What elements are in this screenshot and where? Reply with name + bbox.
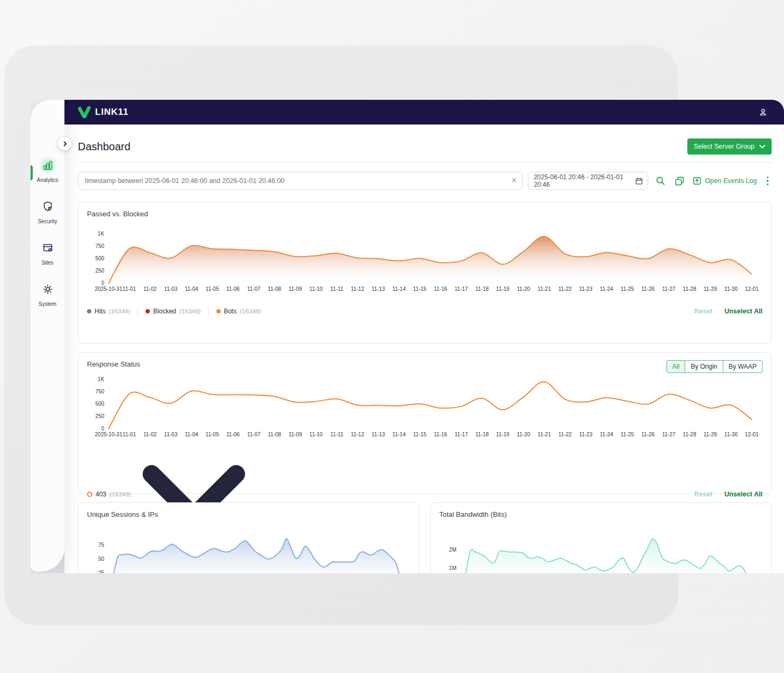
svg-text:11-18: 11-18 [475, 286, 489, 292]
sidebar-expand-button[interactable] [58, 137, 71, 150]
svg-text:11-11: 11-11 [330, 431, 344, 437]
blocked-dot-icon [146, 309, 150, 313]
svg-text:11-26: 11-26 [641, 431, 655, 437]
chevron-down-icon [759, 145, 765, 149]
svg-text:11-27: 11-27 [662, 431, 676, 437]
reset-link[interactable]: Reset [694, 308, 713, 315]
svg-text:11-08: 11-08 [268, 286, 281, 292]
svg-text:11-30: 11-30 [724, 286, 738, 292]
bar-chart-icon [37, 156, 59, 175]
svg-text:12-01: 12-01 [745, 431, 759, 437]
svg-text:1M: 1M [449, 566, 456, 572]
user-icon[interactable] [756, 105, 770, 119]
svg-text:50: 50 [98, 557, 105, 562]
sidebar-item-analytics[interactable]: Analytics [31, 156, 64, 183]
legend-item-403[interactable]: 403 (16349) [87, 491, 131, 498]
svg-text:11-28: 11-28 [683, 431, 696, 437]
svg-text:11-02: 11-02 [143, 431, 157, 437]
select-server-group-button[interactable]: Select Server Group [687, 138, 772, 155]
svg-text:1K: 1K [98, 231, 105, 237]
svg-text:2M: 2M [449, 547, 456, 553]
search-button[interactable] [654, 174, 667, 188]
response-status-tabs: All By Origin By WAAP [666, 360, 763, 373]
tab-by-origin[interactable]: By Origin [685, 360, 723, 373]
sidebar-item-security[interactable]: Security [31, 197, 64, 224]
svg-text:11-19: 11-19 [496, 431, 510, 437]
passed-vs-blocked-card: Passed vs. Blocked 1K75050025002025-10-3… [78, 202, 772, 343]
tab-by-waap[interactable]: By WAAP [723, 360, 763, 373]
svg-text:11-10: 11-10 [309, 431, 323, 437]
svg-text:750: 750 [95, 389, 104, 395]
svg-text:11-16: 11-16 [434, 431, 447, 437]
copy-button[interactable] [673, 174, 686, 188]
svg-text:11-17: 11-17 [455, 431, 468, 437]
svg-text:11-01: 11-01 [122, 431, 136, 437]
svg-text:250: 250 [95, 268, 104, 274]
svg-text:11-21: 11-21 [538, 286, 551, 292]
top-navbar: LINK11 [64, 100, 784, 125]
filter-query-input[interactable] [78, 172, 522, 190]
sidebar-item-system[interactable]: System [31, 280, 64, 307]
bandwidth-card: Total Bandwidth (Bits) 2M1M [430, 502, 772, 573]
svg-text:11-15: 11-15 [413, 431, 426, 437]
hits-dot-icon [87, 309, 91, 313]
active-indicator [31, 165, 33, 180]
legend-row: Hits (16349) Blocked (16349) Bots (16349… [87, 307, 763, 316]
passed-vs-blocked-chart: 1K75050025002025-10-3111-0111-0211-0311-… [87, 224, 763, 299]
unselect-all-link[interactable]: Unselect All [724, 491, 763, 498]
chevron-right-icon [62, 141, 68, 147]
svg-text:11-04: 11-04 [185, 286, 198, 292]
clear-filter-icon[interactable]: ✕ [511, 176, 517, 185]
reset-link[interactable]: Reset [694, 491, 713, 498]
svg-text:11-04: 11-04 [185, 431, 198, 437]
unselect-all-link[interactable]: Unselect All [724, 308, 763, 315]
more-options-icon[interactable] [764, 174, 772, 188]
unique-sessions-chart: 755025 [87, 526, 410, 573]
legend-item-blocked[interactable]: Blocked (16349) [146, 308, 200, 315]
app-window: Analytics Security [31, 100, 784, 573]
legend-item-bots[interactable]: Bots (16349) [216, 308, 262, 315]
svg-text:500: 500 [95, 256, 104, 262]
legend-item-hits[interactable]: Hits (16349) [87, 308, 130, 315]
svg-text:11-17: 11-17 [455, 286, 468, 292]
bots-dot-icon [216, 309, 221, 313]
svg-text:11-23: 11-23 [579, 431, 592, 437]
sidebar-item-label: Security [38, 218, 57, 224]
svg-text:11-16: 11-16 [434, 286, 447, 292]
tab-all[interactable]: All [666, 360, 685, 373]
svg-text:11-07: 11-07 [247, 431, 260, 437]
svg-text:11-22: 11-22 [558, 431, 572, 437]
status-ring-icon [87, 492, 92, 497]
svg-text:11-20: 11-20 [517, 286, 530, 292]
svg-text:11-19: 11-19 [496, 286, 510, 292]
svg-text:11-13: 11-13 [372, 431, 385, 437]
content-area: Dashboard Select Server Group ✕ 2025-06-… [64, 125, 784, 573]
svg-text:0: 0 [101, 426, 105, 432]
svg-text:11-26: 11-26 [641, 286, 655, 292]
sidebar-item-sites[interactable]: Sites [31, 238, 64, 266]
svg-text:11-25: 11-25 [621, 286, 634, 292]
date-range-input[interactable]: 2025-06-01 20:46 - 2026-01-01 20:46 [528, 172, 648, 190]
svg-text:11-27: 11-27 [662, 286, 676, 292]
search-icon [656, 176, 665, 186]
copy-icon [675, 177, 684, 186]
svg-text:1K: 1K [98, 377, 105, 383]
svg-text:11-14: 11-14 [393, 431, 406, 437]
svg-text:11-21: 11-21 [538, 431, 551, 437]
svg-text:11-29: 11-29 [703, 286, 717, 292]
svg-text:11-06: 11-06 [227, 286, 240, 292]
svg-text:11-07: 11-07 [247, 286, 260, 292]
svg-text:11-25: 11-25 [621, 431, 634, 437]
svg-text:11-24: 11-24 [600, 286, 613, 292]
svg-text:11-23: 11-23 [579, 286, 592, 292]
shield-gear-icon [37, 197, 59, 216]
gear-icon [37, 280, 59, 299]
svg-text:11-06: 11-06 [227, 431, 240, 437]
svg-text:11-09: 11-09 [288, 431, 302, 437]
logo-mark-icon [78, 106, 91, 118]
open-log-icon [693, 177, 701, 185]
bandwidth-chart: 2M1M [439, 526, 763, 573]
svg-text:11-18: 11-18 [475, 431, 489, 437]
card-title: Unique Sessions & IPs [87, 510, 410, 518]
open-events-log-button[interactable]: Open Events Log [692, 174, 758, 187]
